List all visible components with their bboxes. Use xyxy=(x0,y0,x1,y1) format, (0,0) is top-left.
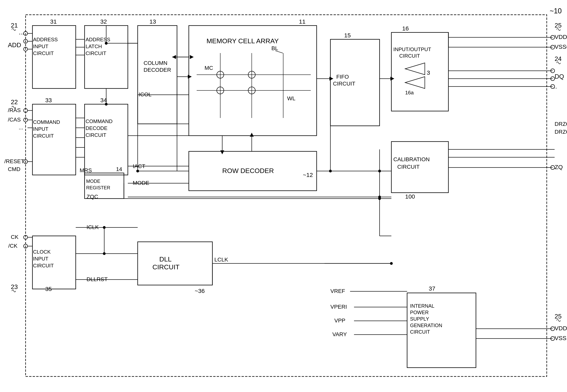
dllrst-label: DLLRST xyxy=(86,276,108,282)
ref-10: ~10 xyxy=(550,7,562,15)
io-buffer-num: 3 xyxy=(427,70,430,76)
row-decoder-label: ROW DECODER xyxy=(222,167,274,174)
ref-32: 32 xyxy=(100,18,107,25)
ref-37: 37 xyxy=(429,285,435,292)
address-input-label: ADDRESS xyxy=(33,37,58,42)
svg-text:DECODER: DECODER xyxy=(143,67,171,73)
ref-22: 22 xyxy=(11,98,18,106)
svg-text:GENERATION: GENERATION xyxy=(410,322,442,328)
vss-label: VSS xyxy=(555,335,567,341)
drzqp-label: DRZQP xyxy=(555,121,567,127)
svg-text:...: ... xyxy=(19,125,23,130)
ref-100: 100 xyxy=(405,193,415,200)
ref-11: 11 xyxy=(299,18,305,25)
svg-text:...: ... xyxy=(19,29,24,36)
command-decode-label: COMMAND xyxy=(85,118,113,124)
ck-label: CK xyxy=(11,234,18,240)
vddq-label: VDDQ xyxy=(555,34,567,40)
svg-point-152 xyxy=(378,170,381,172)
ref-33: 33 xyxy=(45,97,52,103)
svg-text:CIRCUIT: CIRCUIT xyxy=(410,329,430,335)
fifo-label: FIFO xyxy=(336,74,349,80)
svg-text:CIRCUIT: CIRCUIT xyxy=(85,132,106,138)
reset-label: /RESET xyxy=(4,158,24,164)
vperi-label: VPERI xyxy=(330,304,347,310)
svg-text:INPUT: INPUT xyxy=(33,256,48,262)
vpp-label: VPP xyxy=(334,318,345,323)
circuit-diagram: ~10 ADDRESS INPUT CIRCUIT 31 ADDRESS LAT… xyxy=(0,0,567,392)
ref-25-top: 25 xyxy=(555,22,562,29)
cas-label: /CAS xyxy=(8,117,21,123)
ref-12: ~12 xyxy=(303,172,313,178)
iclk-label: ICLK xyxy=(86,224,99,230)
svg-text:CIRCUIT: CIRCUIT xyxy=(333,81,355,87)
mrs-label: MRS xyxy=(80,167,92,173)
icol-label: ICOL xyxy=(139,91,151,98)
svg-text:CIRCUIT: CIRCUIT xyxy=(33,50,54,56)
ref-14: 14 xyxy=(116,166,122,172)
vref-label: VREF xyxy=(330,288,345,294)
memory-cell-label: MEMORY CELL ARRAY xyxy=(207,37,279,45)
mode-register-label: MODE xyxy=(86,179,100,184)
dll-label: DLL xyxy=(159,255,171,263)
lclk-label: LCLK xyxy=(214,257,228,263)
ref-13: 13 xyxy=(149,18,156,25)
ref-15: 15 xyxy=(344,32,351,39)
ref-34: 34 xyxy=(100,97,107,103)
svg-text:CIRCUIT: CIRCUIT xyxy=(33,133,54,139)
svg-text:INPUT: INPUT xyxy=(33,43,48,49)
drzqn-label: DRZQN xyxy=(555,129,567,135)
command-input-label: COMMAND xyxy=(33,119,60,125)
zqc-label: ZQC xyxy=(86,194,98,200)
svg-text:POWER: POWER xyxy=(410,310,428,315)
ref-16: 16 xyxy=(402,25,409,32)
svg-point-141 xyxy=(105,103,108,106)
cmd-label: CMD xyxy=(8,166,20,172)
calibration-label: CALIBRATION xyxy=(393,156,430,162)
svg-text:SUPPLY: SUPPLY xyxy=(410,316,429,322)
svg-text:CIRCUIT: CIRCUIT xyxy=(397,164,420,170)
mc-label: MC xyxy=(205,65,213,71)
svg-rect-0 xyxy=(0,0,567,392)
svg-text:CIRCUIT: CIRCUIT xyxy=(33,263,54,268)
svg-point-131 xyxy=(390,262,393,265)
bl-label: BL xyxy=(271,45,278,51)
dq-label: DQ xyxy=(555,73,564,80)
svg-text:INPUT: INPUT xyxy=(33,126,48,132)
svg-text:DECODE: DECODE xyxy=(85,125,107,131)
svg-point-148 xyxy=(329,170,332,172)
internal-power-label: INTERNAL xyxy=(410,303,434,309)
ref-25-bot: 25 xyxy=(555,313,562,320)
ref-36: ~36 xyxy=(195,288,205,294)
svg-point-144 xyxy=(136,170,139,172)
ref-21: 21 xyxy=(11,22,18,29)
svg-point-139 xyxy=(105,42,108,45)
ref-24: 24 xyxy=(555,55,562,62)
svg-text:REGISTER: REGISTER xyxy=(86,185,110,190)
svg-text:CIRCUIT: CIRCUIT xyxy=(85,50,106,56)
svg-text:LATCH: LATCH xyxy=(85,43,102,49)
mode-label: MODE xyxy=(133,180,149,186)
io-circuit-label: INPUT/OUTPUT xyxy=(393,46,431,52)
ref-31: 31 xyxy=(50,18,57,25)
address-latch-label: ADDRESS xyxy=(85,37,110,42)
wl-label: WL xyxy=(287,95,295,101)
nck-label: /CK xyxy=(8,243,17,249)
clock-input-label: CLOCK xyxy=(33,249,51,255)
svg-text:CIRCUIT: CIRCUIT xyxy=(152,263,180,271)
add-label: ADD xyxy=(8,42,21,49)
zq-label: ZQ xyxy=(555,164,563,170)
vdd-label: VDD xyxy=(555,325,567,331)
ref-23: 23 xyxy=(11,283,18,290)
vssq-label: VSSQ xyxy=(555,43,567,50)
ref-16a: 16a xyxy=(405,90,414,96)
ref-35: 35 xyxy=(45,286,52,292)
svg-point-154 xyxy=(378,196,381,198)
column-decoder-label: COLUMN xyxy=(143,60,167,66)
svg-text:CIRCUIT: CIRCUIT xyxy=(399,53,420,59)
vary-label: VARY xyxy=(332,331,347,337)
